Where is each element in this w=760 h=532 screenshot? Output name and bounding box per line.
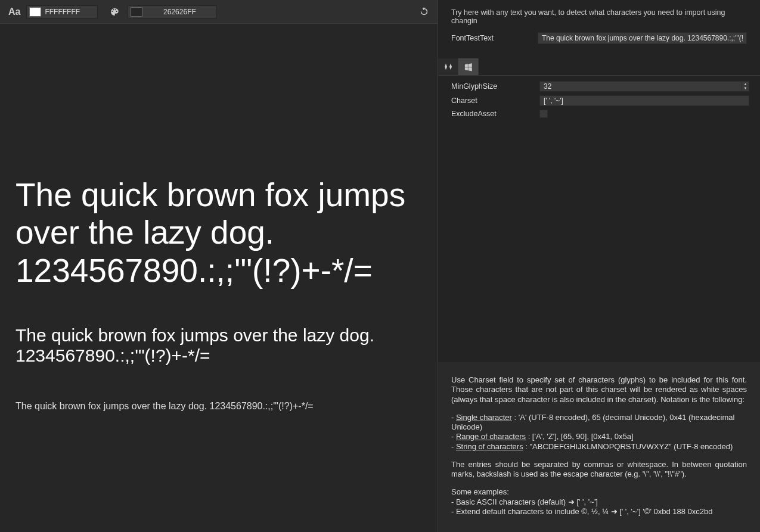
min-glyph-stepper[interactable]: ▲▼	[742, 82, 749, 91]
platform-properties: MinGlyphSize ▲▼ Charset ExcludeAsset	[438, 76, 760, 362]
text-color-icon: Aa	[8, 7, 20, 17]
foreground-color-field[interactable]	[26, 5, 98, 18]
min-glyph-input-wrap[interactable]: ▲▼	[539, 81, 749, 92]
refresh-button[interactable]	[419, 7, 429, 17]
min-glyph-label: MinGlyphSize	[451, 82, 533, 91]
tab-generic[interactable]	[438, 58, 458, 75]
background-color-field[interactable]	[128, 5, 217, 18]
preview-text-small: The quick brown fox jumps over the lazy …	[15, 401, 422, 412]
help-notation-list: - Single character : 'A' (UTF-8 encoded)…	[451, 413, 747, 452]
platform-tabs	[438, 58, 760, 76]
foreground-hex-input[interactable]	[44, 7, 97, 17]
properties-panel: Try here with any text you want, to dete…	[438, 0, 760, 532]
font-test-input[interactable]	[538, 32, 747, 44]
charset-help-text: Use Charset field to specify set of char…	[438, 362, 760, 532]
preview-text-large: The quick brown fox jumps over the lazy …	[15, 176, 422, 290]
font-test-row: FontTestText	[438, 30, 760, 46]
help-p3: The entries should be separated by comma…	[451, 460, 747, 480]
background-hex-input[interactable]	[145, 7, 216, 17]
charset-input[interactable]	[539, 95, 749, 106]
tab-windows[interactable]	[458, 58, 479, 75]
font-preview-area: The quick brown fox jumps over the lazy …	[0, 24, 438, 532]
help-examples: Some examples: - Basic ASCII characters …	[451, 487, 747, 517]
min-glyph-row: MinGlyphSize ▲▼	[438, 79, 760, 94]
exclude-asset-checkbox[interactable]	[539, 110, 548, 118]
background-swatch[interactable]	[131, 7, 142, 17]
preview-text-medium: The quick brown fox jumps over the lazy …	[15, 325, 422, 366]
preview-toolbar: Aa	[0, 0, 438, 24]
palette-icon	[110, 7, 119, 17]
min-glyph-input[interactable]	[540, 81, 742, 92]
exclude-asset-label: ExcludeAsset	[451, 110, 533, 118]
charset-row: Charset	[438, 94, 760, 108]
charset-label: Charset	[451, 97, 533, 105]
help-hint: Try here with any text you want, to dete…	[438, 0, 760, 30]
foreground-swatch[interactable]	[29, 7, 41, 17]
exclude-asset-row: ExcludeAsset	[438, 108, 760, 120]
preview-panel: Aa The quick brown fox jumps over the la…	[0, 0, 438, 532]
help-p1: Use Charset field to specify set of char…	[451, 375, 747, 405]
font-test-label: FontTestText	[451, 34, 532, 42]
